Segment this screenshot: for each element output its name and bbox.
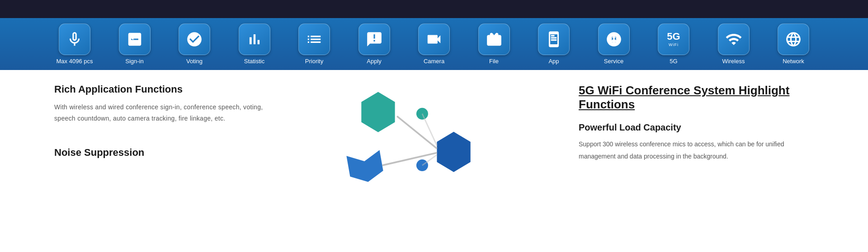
icon-item-network[interactable]: Network	[773, 23, 814, 65]
icon-label-statistic: Statistic	[244, 58, 265, 65]
content-area: Rich Application Functions With wireless…	[0, 70, 868, 201]
5g-text: 5G	[667, 32, 680, 42]
icon-label-file: File	[489, 58, 499, 65]
voting-icon	[186, 31, 203, 48]
apply-icon	[366, 31, 383, 48]
icon-item-max4096[interactable]: Max 4096 pcs	[54, 23, 95, 65]
apply-icon-box	[359, 23, 390, 55]
icon-label-5g: 5G	[670, 58, 677, 65]
camera-icon	[425, 31, 443, 48]
icon-label-camera: Camera	[424, 58, 444, 65]
statistic-icon-box	[239, 23, 270, 55]
icon-label-max4096: Max 4096 pcs	[57, 58, 93, 65]
icon-item-priority[interactable]: Priority	[294, 23, 335, 65]
rich-app-title: Rich Application Functions	[54, 84, 271, 95]
icon-label-signin: Sign-in	[125, 58, 143, 65]
icon-label-service: Service	[604, 58, 623, 65]
noise-title: Noise Suppression	[54, 147, 271, 159]
signin-icon	[126, 31, 143, 48]
left-section: Rich Application Functions With wireless…	[54, 84, 271, 201]
svg-marker-1	[361, 92, 395, 132]
power-text: Support 300 wireless conference mics to …	[579, 138, 814, 162]
svg-marker-3	[346, 150, 384, 185]
icon-item-camera[interactable]: Camera	[414, 23, 454, 65]
signin-icon-box	[119, 23, 151, 55]
icon-item-5g[interactable]: 5G WiFi 5G	[653, 23, 694, 65]
voting-icon-box	[179, 23, 210, 55]
mic-icon-box	[59, 23, 90, 55]
icon-item-service[interactable]: Service	[594, 23, 634, 65]
network-icon-box	[778, 23, 809, 55]
icon-item-apply[interactable]: Apply	[354, 23, 395, 65]
service-icon-box	[598, 23, 630, 55]
mic-icon	[66, 31, 83, 48]
power-title: Powerful Load Capacity	[579, 122, 814, 133]
icon-bar: Max 4096 pcs Sign-in Voting Stat	[0, 18, 868, 70]
service-icon	[605, 31, 623, 48]
app-icon	[545, 31, 562, 48]
icon-item-wireless[interactable]: Wireless	[713, 23, 754, 65]
rich-app-text: With wireless and wired conference sign-…	[54, 102, 271, 124]
wireless-icon-box	[718, 23, 750, 55]
top-black-bar	[0, 0, 868, 18]
icon-item-file[interactable]: File	[474, 23, 514, 65]
camera-icon-box	[418, 23, 450, 55]
fiveg-icon-box: 5G WiFi	[658, 23, 689, 55]
app-icon-box	[538, 23, 570, 55]
network-icon	[785, 31, 802, 48]
svg-line-8	[422, 114, 437, 146]
icon-label-apply: Apply	[367, 58, 382, 65]
priority-icon	[306, 31, 323, 48]
icon-label-wireless: Wireless	[722, 58, 745, 65]
file-icon	[486, 31, 503, 48]
icon-item-app[interactable]: App	[533, 23, 574, 65]
icon-label-priority: Priority	[305, 58, 323, 65]
middle-diagram	[271, 84, 561, 201]
priority-icon-box	[298, 23, 330, 55]
statistic-icon	[246, 31, 263, 48]
icon-item-signin[interactable]: Sign-in	[114, 23, 155, 65]
svg-marker-5	[437, 132, 470, 172]
svg-point-0	[612, 34, 616, 39]
file-icon-box	[478, 23, 510, 55]
5g-sub: WiFi	[669, 42, 679, 47]
right-section: 5G WiFi Conference System Highlight Func…	[561, 84, 814, 201]
icon-label-voting: Voting	[186, 58, 203, 65]
icon-item-voting[interactable]: Voting	[174, 23, 215, 65]
icon-item-statistic[interactable]: Statistic	[234, 23, 275, 65]
diagram-svg	[335, 84, 497, 201]
highlight-title: 5G WiFi Conference System Highlight Func…	[579, 84, 814, 112]
svg-line-7	[382, 153, 437, 165]
icon-label-app: App	[548, 58, 559, 65]
icon-label-network: Network	[783, 58, 804, 65]
wireless-icon	[725, 31, 742, 48]
